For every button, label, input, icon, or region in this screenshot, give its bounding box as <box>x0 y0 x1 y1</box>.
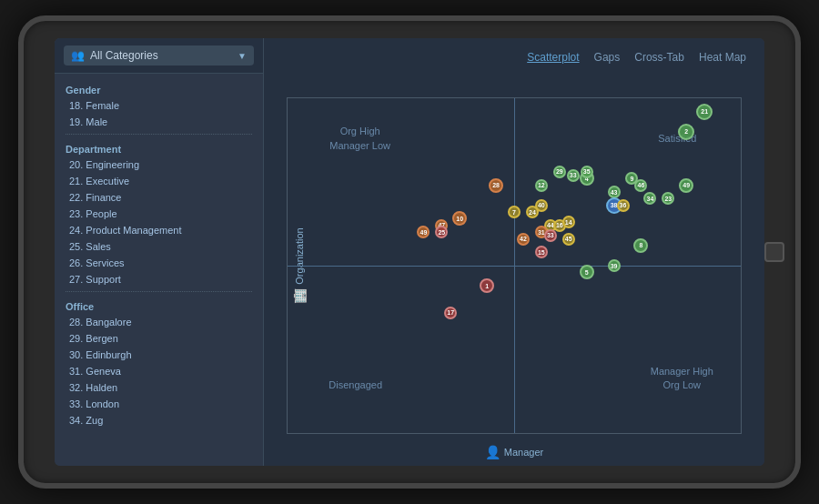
tab-crosstab[interactable]: Cross-Tab <box>634 49 684 66</box>
sidebar-header: 👥 All Categories ▼ <box>55 38 263 74</box>
group-department: Department <box>55 138 263 156</box>
sidebar-item-19[interactable]: 19. Male <box>55 114 263 130</box>
dot-42[interactable]: 42 <box>517 233 530 246</box>
sidebar-item-22[interactable]: 22. Finance <box>55 189 263 206</box>
dot-39[interactable]: 39 <box>608 259 621 272</box>
chart-area: Scatterplot Gaps Cross-Tab Heat Map 🏢 Or… <box>264 38 764 466</box>
sidebar-item-32[interactable]: 32. Halden <box>55 379 263 396</box>
sidebar-item-25[interactable]: 25. Sales <box>55 238 263 255</box>
chevron-down-icon: ▼ <box>238 51 247 61</box>
dot-46[interactable]: 46 <box>634 179 647 192</box>
q-top-left-label: Org HighManager Low <box>310 125 410 153</box>
dot-14[interactable]: 14 <box>562 216 575 228</box>
dot-7[interactable]: 7 <box>508 206 521 218</box>
dot-33b[interactable]: 33 <box>544 229 557 242</box>
dot-34[interactable]: 34 <box>643 192 656 205</box>
dot-12[interactable]: 12 <box>535 179 548 192</box>
screen: 👥 All Categories ▼ Gender 18. Female 19.… <box>55 38 764 466</box>
dot-17[interactable]: 17 <box>444 307 457 319</box>
category-dropdown[interactable]: 👥 All Categories ▼ <box>64 45 254 66</box>
dot-2[interactable]: 2 <box>678 124 694 140</box>
tablet-frame: 👥 All Categories ▼ Gender 18. Female 19.… <box>18 15 801 489</box>
dot-33[interactable]: 33 <box>567 169 580 182</box>
sidebar-item-23[interactable]: 23. People <box>55 206 263 222</box>
sidebar-item-30[interactable]: 30. Edinburgh <box>55 347 263 363</box>
dot-23[interactable]: 23 <box>662 192 674 205</box>
main-content: 👥 All Categories ▼ Gender 18. Female 19.… <box>55 38 764 466</box>
tab-gaps[interactable]: Gaps <box>594 49 621 66</box>
dot-49b[interactable]: 49 <box>417 226 430 238</box>
dot-49[interactable]: 49 <box>679 178 693 193</box>
tab-scatterplot[interactable]: Scatterplot <box>527 49 579 66</box>
dot-24[interactable]: 24 <box>526 206 539 218</box>
sidebar-item-18[interactable]: 18. Female <box>55 97 263 114</box>
dropdown-label: All Categories <box>90 49 232 62</box>
q-bottom-right-label: Manager HighOrg Low <box>632 365 733 393</box>
sidebar-item-31[interactable]: 31. Geneva <box>55 363 263 379</box>
dot-45[interactable]: 45 <box>562 233 575 246</box>
dot-25[interactable]: 25 <box>435 226 448 238</box>
dot-1[interactable]: 1 <box>480 278 494 293</box>
sidebar-item-27[interactable]: 27. Support <box>55 271 263 287</box>
sidebar-list: Gender 18. Female 19. Male Department 20… <box>55 74 263 466</box>
x-axis-label: 👤 Manager <box>485 445 543 459</box>
scatter-container: 🏢 Organization 👤 Manager <box>275 73 753 459</box>
chart-grid: Org HighManager Low Satisfied Disengaged… <box>287 97 742 434</box>
dot-15[interactable]: 15 <box>535 246 548 258</box>
sidebar-item-28[interactable]: 28. Bangalore <box>55 314 263 330</box>
sidebar-item-29[interactable]: 29. Bergen <box>55 330 263 347</box>
sidebar-item-33[interactable]: 33. London <box>55 396 263 412</box>
dot-8[interactable]: 8 <box>633 238 648 253</box>
dot-35[interactable]: 35 <box>581 166 593 178</box>
divider-2 <box>66 291 252 292</box>
group-office: Office <box>55 296 263 314</box>
sidebar-item-20[interactable]: 20. Engineering <box>55 156 263 173</box>
sidebar-item-21[interactable]: 21. Executive <box>55 173 263 189</box>
divider-1 <box>66 134 252 135</box>
chart-tabs: Scatterplot Gaps Cross-Tab Heat Map <box>275 45 753 73</box>
tab-heatmap[interactable]: Heat Map <box>699 49 746 66</box>
dot-21[interactable]: 21 <box>696 104 713 120</box>
people-icon: 👥 <box>71 49 85 62</box>
group-gender: Gender <box>55 79 263 97</box>
sidebar-item-26[interactable]: 26. Services <box>55 255 263 271</box>
dot-10[interactable]: 10 <box>452 211 467 226</box>
dot-29[interactable]: 29 <box>553 166 566 178</box>
q-bottom-left-label: Disengaged <box>310 378 401 392</box>
dot-36[interactable]: 36 <box>617 199 630 212</box>
sidebar-item-24[interactable]: 24. Product Management <box>55 222 263 238</box>
v-divider <box>514 98 515 433</box>
tablet-home-button[interactable] <box>764 242 784 262</box>
sidebar-item-34[interactable]: 34. Zug <box>55 412 263 428</box>
dot-5[interactable]: 5 <box>580 265 594 279</box>
dot-28[interactable]: 28 <box>489 178 503 193</box>
sidebar: 👥 All Categories ▼ Gender 18. Female 19.… <box>55 38 264 466</box>
q-top-right-label: Satisfied <box>636 132 718 146</box>
